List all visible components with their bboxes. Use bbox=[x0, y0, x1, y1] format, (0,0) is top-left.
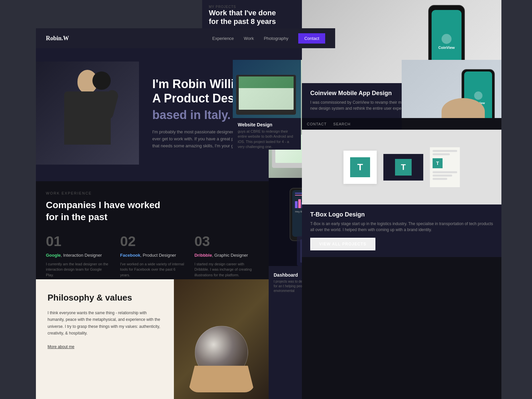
work-label: My Projects bbox=[209, 5, 295, 9]
website-project-title: Website Design bbox=[238, 122, 296, 127]
work-experience-section: WORK EXPERIENCE Companies I have workedf… bbox=[36, 181, 269, 288]
company-desc-facebook: I've worked on a wide variety of interna… bbox=[120, 261, 184, 278]
nav-logo: Robin.W bbox=[46, 35, 69, 42]
nav-link-experience[interactable]: Experience bbox=[212, 36, 234, 41]
company-name-facebook: Facebook bbox=[120, 253, 140, 258]
bar-2 bbox=[298, 199, 301, 208]
company-num-3: 03 bbox=[195, 233, 259, 249]
navbar: Robin.W Experience Work Photography Cont… bbox=[36, 28, 335, 48]
mobile-app-project-image: CoinView bbox=[402, 60, 501, 118]
company-google: 01 Google, Interaction Designer I curren… bbox=[46, 233, 110, 278]
website-project-desc: guys at CBRE to redesign their entire we… bbox=[238, 129, 296, 150]
tbox-mockup: T bbox=[302, 130, 501, 204]
philosophy-section: Philosophy & values I think everyone wan… bbox=[36, 279, 174, 399]
company-name-google: Google bbox=[46, 253, 61, 258]
tbox-line-5 bbox=[433, 178, 447, 180]
hero-image bbox=[36, 62, 139, 165]
website-project-image bbox=[233, 60, 301, 118]
tbox-logo-dark bbox=[395, 159, 412, 176]
philosophy-link[interactable]: More about me bbox=[48, 344, 74, 349]
dark-top-bar bbox=[0, 0, 202, 28]
contact-search-bar: CONTACT SEARCH bbox=[302, 118, 402, 130]
tbox-line-4 bbox=[433, 175, 452, 177]
work-title-block: My Projects Work that I've done for the … bbox=[202, 0, 302, 28]
nav-links: Experience Work Photography Contact bbox=[212, 33, 325, 44]
company-role-facebook: , Product Designer bbox=[140, 253, 176, 258]
philosophy-description: I think everyone wants the same thing - … bbox=[48, 310, 162, 337]
tbox-card-1 bbox=[343, 151, 377, 184]
tbox-paper: T bbox=[430, 147, 460, 187]
section-title: Companies I have workedfor in the past bbox=[46, 199, 259, 223]
person-body bbox=[64, 91, 111, 145]
company-desc-google: I currently am the lead designer on the … bbox=[46, 261, 110, 278]
website-project-info: Website Design guys at CBRE to redesign … bbox=[233, 118, 301, 150]
crystal-section bbox=[174, 279, 269, 399]
company-name-dribbble: Dribbble bbox=[195, 253, 212, 258]
company-dribbble: 03 Dribbble, Graphic Designer I started … bbox=[195, 233, 259, 278]
companies-grid: 01 Google, Interaction Designer I curren… bbox=[46, 233, 259, 278]
work-header-title: Work that I've done for the past 8 years bbox=[209, 9, 295, 26]
nav-link-work[interactable]: Work bbox=[244, 36, 254, 41]
view-all-button[interactable]: VIEW ALL PROJECTS bbox=[310, 238, 375, 250]
hero-person bbox=[36, 62, 139, 165]
tbox-logo-shape bbox=[350, 157, 370, 177]
company-num-1: 01 bbox=[46, 233, 110, 249]
nav-link-photography[interactable]: Photography bbox=[264, 36, 288, 41]
phone-logo-icon bbox=[442, 34, 452, 44]
hat bbox=[92, 71, 111, 90]
tbox-project-info: T-Box Logo Design T-Box is an early stag… bbox=[302, 204, 501, 257]
company-role-dribbble: , Graphic Designer bbox=[212, 253, 248, 258]
tbox-line-2 bbox=[433, 153, 450, 155]
contact-bar-item[interactable]: CONTACT bbox=[307, 122, 327, 126]
tbox-card-dark bbox=[383, 154, 423, 181]
tbox-project-image: T bbox=[302, 130, 501, 204]
philosophy-title: Philosophy & values bbox=[48, 293, 162, 303]
nav-contact-button[interactable]: Contact bbox=[298, 33, 325, 44]
tbox-line-3 bbox=[433, 171, 457, 173]
section-label: WORK EXPERIENCE bbox=[46, 191, 259, 195]
tbox-desc: T-Box is an early stage start up in the … bbox=[310, 221, 493, 233]
coinview-label: CoinView bbox=[438, 46, 455, 50]
bar-1 bbox=[295, 201, 298, 208]
tbox-logo-small: T bbox=[433, 158, 443, 168]
tbox-title: T-Box Logo Design bbox=[310, 211, 493, 218]
company-role-google: , Interaction Designer bbox=[61, 253, 102, 258]
search-bar-item[interactable]: SEARCH bbox=[333, 122, 350, 126]
hands-shape bbox=[188, 366, 255, 392]
company-desc-dribbble: I started my design career with Dribbble… bbox=[195, 261, 259, 278]
company-num-2: 02 bbox=[120, 233, 184, 249]
company-facebook: 02 Facebook, Product Designer I've worke… bbox=[120, 233, 184, 278]
tbox-line-1 bbox=[433, 150, 457, 152]
person-silhouette bbox=[58, 66, 117, 160]
